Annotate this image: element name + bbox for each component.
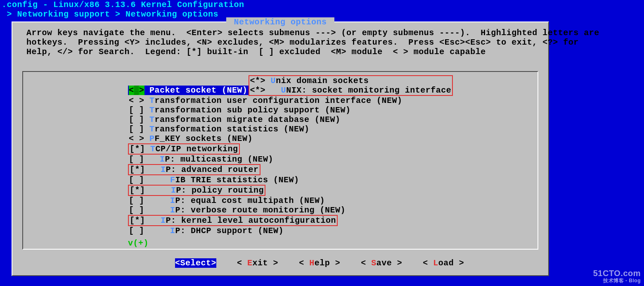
save-button[interactable]: < Save > [361,258,402,268]
menu-item[interactable]: [*] TCP/IP networking [129,144,239,154]
button-bar: <Select> < Exit > < Help > < Save > < Lo… [12,258,548,268]
load-button[interactable]: < Load > [423,258,464,268]
menu-items: <▒> Packet socket (NEW)<*> Unix domain s… [128,75,524,236]
menu-item[interactable]: < > PF_KEY sockets (NEW) [128,134,524,143]
highlight-box: [*] TCP/IP networking [128,143,240,155]
scroll-down-indicator: v(+) [128,238,149,248]
highlight-box: <*> Unix domain sockets<*> UNIX: socket … [249,75,453,96]
help-button[interactable]: < Help > [299,258,340,268]
menu-item[interactable]: [ ] FIB TRIE statistics (NEW) [128,175,524,185]
menu-item[interactable]: [ ] Transformation statistics (NEW) [128,124,524,134]
dialog-title: Networking options [226,17,334,27]
highlight-box: [*] IP: advanced router [128,164,260,175]
help-text: Arrow keys navigate the menu. <Enter> se… [26,28,599,57]
menu-item[interactable]: [ ] IP: DHCP support (NEW) [128,226,524,236]
menu-item[interactable]: [ ] IP: verbose route monitoring (NEW) [128,205,524,215]
menu-item[interactable]: [*] IP: kernel level autoconfiguration [129,216,337,225]
menu-item[interactable]: <*> Unix domain sockets [249,76,452,86]
highlight-box: [*] IP: policy routing [128,185,265,196]
menu-item[interactable]: [*] IP: policy routing [129,186,265,195]
menu-list-box: <▒> Packet socket (NEW)<*> Unix domain s… [22,71,538,250]
menu-item[interactable]: [ ] IP: multicasting (NEW) [128,155,524,164]
menu-item[interactable]: <▒> Packet socket (NEW) [128,86,249,95]
dialog-box: Networking options Arrow keys navigate t… [12,21,549,276]
menu-item[interactable]: [ ] Transformation migrate database (NEW… [128,115,524,124]
highlight-box: [*] IP: kernel level autoconfiguration [128,215,338,226]
config-title: .config - Linux/x86 3.13.6 Kernel Config… [2,0,244,10]
window-title: .config - Linux/x86 3.13.6 Kernel Config… [0,0,644,10]
screen: .config - Linux/x86 3.13.6 Kernel Config… [0,0,644,286]
exit-button[interactable]: < Exit > [237,258,278,268]
select-button[interactable]: <Select> [175,258,216,268]
menu-item[interactable]: [ ] IP: equal cost multipath (NEW) [128,196,524,205]
menu-item[interactable]: <*> UNIX: socket monitoring interface [249,86,452,95]
menu-item[interactable]: [*] IP: advanced router [129,165,260,174]
menu-item[interactable]: < > Transformation user configuration in… [128,96,524,105]
menu-item[interactable]: [ ] Transformation sub policy support (N… [128,105,524,115]
watermark: 51CTO.com 技术博客 - Blog [593,269,641,284]
